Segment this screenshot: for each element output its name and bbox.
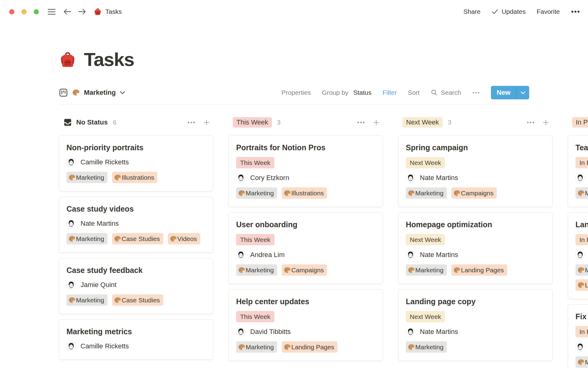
card-assignee: Jamie Quint: [66, 280, 205, 290]
task-card[interactable]: LandIn PCMLa: [568, 212, 588, 299]
view-name: Marketing: [84, 89, 116, 97]
status-badge: In P: [575, 157, 588, 168]
card-title: Fix s: [575, 311, 588, 322]
updates-button[interactable]: Updates: [492, 8, 526, 15]
column-options-icon[interactable]: [357, 121, 365, 124]
task-card[interactable]: User onboardingThis WeekAndrea LimMarket…: [228, 212, 383, 284]
window-close-button[interactable]: [9, 9, 14, 14]
view-toolbar: Marketing Properties Group byStatus Filt…: [59, 86, 529, 105]
task-card[interactable]: Help center updatesThis WeekDavid Tibbit…: [228, 289, 383, 361]
card-tags: MarketingLanding Pages: [236, 341, 375, 353]
card-tags: MLa: [575, 264, 588, 291]
view-selector[interactable]: Marketing: [59, 88, 125, 97]
search-button[interactable]: Search: [431, 89, 461, 96]
new-dropdown-chevron-icon[interactable]: [516, 86, 529, 99]
task-card[interactable]: Landing page copyNext WeekNate MartinsMa…: [398, 289, 552, 361]
group-by-button[interactable]: Group byStatus: [322, 89, 371, 96]
column-cards: TearIn PDMLandIn PCMLaFix sIn PDM: [568, 135, 588, 368]
breadcrumb[interactable]: Tasks: [94, 8, 122, 16]
sort-button[interactable]: Sort: [408, 89, 420, 96]
column-options-icon[interactable]: [526, 121, 535, 124]
column-cards: Portraits for Notion ProsThis WeekCory E…: [228, 135, 383, 361]
column-add-icon[interactable]: [372, 118, 380, 127]
column-add-icon[interactable]: [202, 118, 211, 127]
assignee-name: Jamie Quint: [81, 281, 116, 289]
filter-button[interactable]: Filter: [383, 89, 397, 96]
card-title: User onboarding: [236, 219, 375, 230]
share-button[interactable]: Share: [463, 8, 481, 15]
inbox-tray-icon: [63, 118, 72, 127]
board-column-this-week: This Week3Portraits for Notion ProsThis …: [228, 116, 383, 361]
window-controls: [9, 9, 39, 14]
assignee-name: Camille Ricketts: [81, 342, 129, 350]
properties-button[interactable]: Properties: [281, 89, 311, 96]
tag-campaigns: Campaigns: [451, 187, 497, 199]
board-column-no-status: No Status6Non-priority portraitsCamille …: [59, 116, 213, 360]
task-card[interactable]: TearIn PDM: [568, 135, 588, 207]
new-button[interactable]: New: [491, 86, 516, 99]
task-card[interactable]: Homepage optimizationNext WeekNate Marti…: [398, 212, 552, 284]
task-card[interactable]: Case study videosNate MartinsMarketingCa…: [59, 197, 213, 253]
column-count: 6: [113, 119, 117, 126]
group-by-value: Status: [353, 89, 371, 96]
column-title-badge: In Pr: [572, 117, 588, 128]
status-row: In P: [575, 157, 588, 168]
card-title: Non-priority portraits: [66, 142, 205, 153]
card-assignee: Cory Etzkorn: [236, 173, 375, 183]
card-title: Case study feedback: [66, 265, 205, 275]
avatar: [236, 250, 246, 260]
task-card[interactable]: Fix sIn PDM: [568, 304, 588, 368]
status-row: Next Week: [406, 234, 545, 245]
column-count: 3: [277, 119, 281, 126]
task-card[interactable]: Case study feedbackJamie QuintMarketingC…: [59, 258, 213, 314]
search-icon: [431, 89, 438, 96]
favorite-button[interactable]: Favorite: [537, 8, 560, 15]
avatar: [66, 158, 76, 167]
card-assignee: D: [575, 173, 588, 183]
more-options-icon[interactable]: [571, 10, 580, 13]
task-card[interactable]: Portraits for Notion ProsThis WeekCory E…: [228, 135, 383, 207]
column-header: No Status6: [59, 116, 213, 128]
breadcrumb-label: Tasks: [105, 8, 122, 15]
card-title: Homepage optimization: [406, 219, 545, 230]
task-card[interactable]: Spring campaignNext WeekNate MartinsMark…: [398, 135, 552, 207]
status-badge: This Week: [236, 311, 274, 322]
card-title: Land: [575, 219, 588, 230]
window-zoom-button[interactable]: [34, 9, 39, 14]
sidebar-menu-icon[interactable]: [47, 9, 56, 15]
card-title: Tear: [575, 142, 588, 153]
column-cards: Spring campaignNext WeekNate MartinsMark…: [398, 135, 552, 361]
card-tags: MarketingLanding Pages: [406, 264, 545, 276]
task-card[interactable]: Non-priority portraitsCamille RickettsMa…: [59, 135, 213, 191]
status-row: This Week: [236, 234, 375, 245]
new-button-group: New: [491, 86, 529, 99]
page-title[interactable]: Tasks: [84, 48, 134, 71]
card-tags: M: [575, 356, 588, 368]
card-tags: MarketingIllustrations: [66, 172, 205, 183]
status-badge: This Week: [236, 234, 274, 245]
avatar: [66, 342, 76, 351]
back-arrow-icon[interactable]: [63, 8, 72, 15]
tag-marketing: Marketing: [406, 341, 447, 353]
page-icon-backpack-emoji[interactable]: [59, 51, 77, 68]
avatar: [66, 280, 76, 290]
tag-landing-pages: Landing Pages: [451, 264, 507, 276]
card-title: Spring campaign: [406, 142, 545, 153]
tag-illustrations: Illustrations: [112, 172, 157, 183]
avatar: [236, 173, 246, 183]
status-badge: Next Week: [406, 311, 445, 322]
task-card[interactable]: Marketing metricsCamille Ricketts: [59, 319, 213, 360]
column-options-icon[interactable]: [187, 121, 195, 124]
tag-la: La: [575, 279, 588, 291]
assignee-name: David Tibbitts: [250, 328, 291, 336]
column-add-icon[interactable]: [542, 118, 550, 127]
window-minimize-button[interactable]: [21, 9, 27, 14]
avatar: [575, 173, 585, 183]
forward-arrow-icon[interactable]: [78, 8, 86, 15]
card-assignee: Nate Martins: [406, 250, 545, 260]
status-badge: In P: [575, 234, 588, 245]
tag-marketing: Marketing: [406, 264, 447, 276]
card-assignee: Andrea Lim: [236, 250, 375, 260]
toolbar-more-options-icon[interactable]: [472, 91, 480, 94]
card-assignee: Camille Ricketts: [66, 157, 205, 167]
